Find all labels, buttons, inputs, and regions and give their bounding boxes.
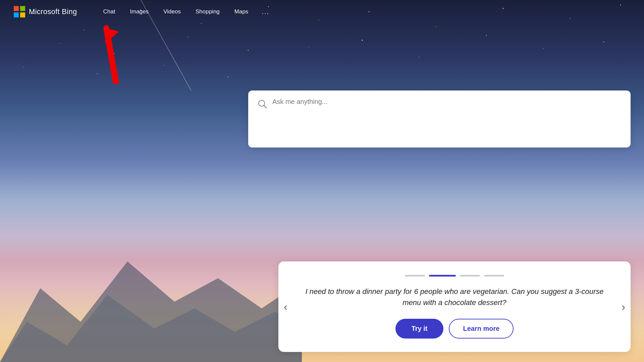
search-box bbox=[248, 90, 631, 147]
svg-line-35 bbox=[264, 106, 267, 108]
microsoft-logo-icon bbox=[13, 6, 25, 18]
try-it-button[interactable]: Try it bbox=[395, 319, 444, 339]
search-container bbox=[235, 90, 644, 147]
svg-rect-32 bbox=[14, 12, 19, 17]
carousel-prev-button[interactable]: ‹ bbox=[284, 301, 287, 313]
nav-chat[interactable]: Chat bbox=[97, 6, 121, 18]
search-icon bbox=[258, 99, 267, 109]
nav-videos[interactable]: Videos bbox=[157, 6, 187, 18]
carousel-dot-2[interactable] bbox=[429, 275, 456, 277]
search-icon-wrap bbox=[258, 99, 267, 110]
search-input[interactable] bbox=[272, 98, 621, 129]
carousel-dots bbox=[299, 275, 610, 277]
nav-maps[interactable]: Maps bbox=[228, 6, 255, 18]
suggestion-text: I need to throw a dinner party for 6 peo… bbox=[299, 286, 610, 308]
nav-shopping[interactable]: Shopping bbox=[190, 6, 226, 18]
learn-more-button[interactable]: Learn more bbox=[449, 319, 514, 339]
carousel-dot-3[interactable] bbox=[460, 275, 480, 277]
carousel-dot-1[interactable] bbox=[405, 275, 425, 277]
carousel-dot-4[interactable] bbox=[484, 275, 504, 277]
card-actions: Try it Learn more bbox=[299, 319, 610, 339]
svg-rect-30 bbox=[14, 6, 19, 11]
suggestion-card: ‹ › I need to throw a dinner party for 6… bbox=[278, 261, 631, 352]
logo-area[interactable]: Microsoft Bing bbox=[13, 6, 77, 18]
svg-rect-33 bbox=[20, 12, 25, 17]
navbar: Microsoft Bing Chat Images Videos Shoppi… bbox=[0, 0, 644, 23]
nav-images[interactable]: Images bbox=[124, 6, 155, 18]
nav-more[interactable]: ... bbox=[257, 5, 274, 18]
carousel-next-button[interactable]: › bbox=[622, 301, 625, 313]
nav-links: Chat Images Videos Shopping Maps ... bbox=[97, 5, 274, 18]
svg-rect-31 bbox=[20, 6, 25, 11]
brand-name: Microsoft Bing bbox=[29, 7, 77, 16]
mountains-decoration bbox=[0, 228, 302, 362]
card-container: ‹ › I need to throw a dinner party for 6… bbox=[265, 261, 644, 352]
